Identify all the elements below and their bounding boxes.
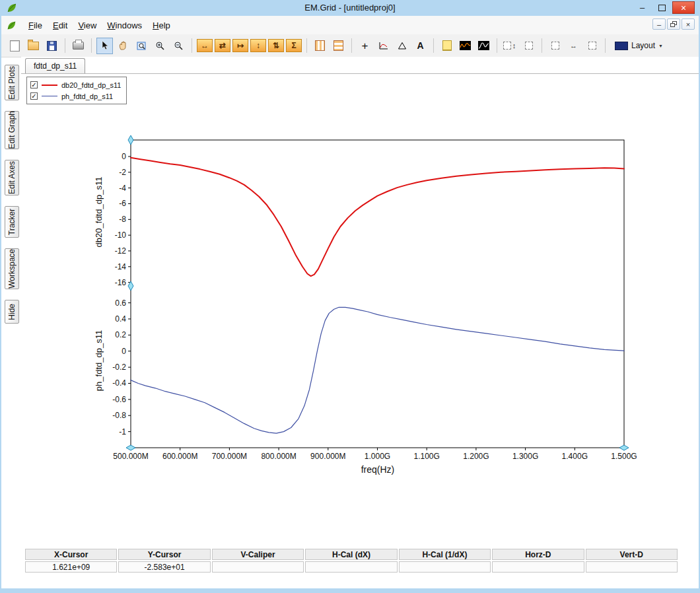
legend-entry[interactable]: ✓ ph_fdtd_dp_s11	[30, 90, 121, 102]
legend-line-sample	[42, 96, 57, 96]
y-tick-label: -1	[119, 427, 126, 436]
y-axis-label-db20: db20_fdtd_dp_s11	[94, 177, 104, 248]
x-tick-label: 1.400G	[562, 452, 588, 461]
x-tick-label: 700.000M	[212, 452, 247, 461]
status-value-h-cal-1dx	[399, 561, 491, 573]
y-tick-label: -6	[119, 199, 126, 208]
status-header-horz-d: Horz-D	[492, 549, 584, 560]
x-axis-label: freq(Hz)	[361, 464, 395, 475]
x-tick-label: 1.200G	[463, 452, 489, 461]
y-tick-label: -8	[119, 215, 126, 224]
status-header-x-cursor: X-Cursor	[25, 549, 117, 560]
status-header-vert-d: Vert-D	[586, 549, 678, 560]
status-header-v-caliper: V-Caliper	[212, 549, 304, 560]
cursor-status-bar: X-Cursor Y-Cursor V-Caliper H-Cal (dX) H…	[25, 549, 678, 574]
x-tick-label: 1.300G	[512, 452, 538, 461]
y-tick-label: 0	[122, 152, 126, 161]
status-header-y-cursor: Y-Cursor	[118, 549, 210, 560]
window-bottom-border	[1, 588, 699, 593]
status-header-row: X-Cursor Y-Cursor V-Caliper H-Cal (dX) H…	[25, 549, 678, 560]
y-tick-label: -0.6	[112, 395, 126, 404]
x-tick-label: 800.000M	[261, 452, 296, 461]
status-value-row: 1.621e+09 -2.583e+01	[25, 561, 678, 573]
legend-label: ph_fdtd_dp_s11	[61, 92, 113, 100]
x-tick-label: 600.000M	[162, 452, 197, 461]
y-tick-label: -12	[115, 246, 127, 256]
y-tick-label: 0.6	[115, 298, 126, 308]
y-tick-label: -10	[115, 230, 127, 240]
legend-entry[interactable]: ✓ db20_fdtd_dp_s11	[30, 79, 121, 90]
x-tick-label: 1.000G	[365, 452, 390, 461]
status-value-h-cal-dx	[305, 561, 397, 573]
y-tick-label: -4	[119, 184, 126, 193]
y-tick-label: 0.4	[115, 314, 126, 324]
plot-frame	[131, 140, 624, 448]
legend-line-sample	[42, 85, 57, 86]
y-tick-label: -16	[115, 278, 127, 287]
axis-handle-bottom-right[interactable]	[619, 445, 629, 450]
status-header-h-cal-1dx: H-Cal (1/dX)	[399, 549, 491, 560]
status-value-x-cursor: 1.621e+09	[25, 561, 117, 573]
y-tick-label: -0.4	[112, 378, 126, 388]
status-value-horz-d	[492, 561, 584, 573]
series-db20_fdtd_dp_s11	[131, 158, 624, 276]
series-ph_fdtd_dp_s11	[131, 307, 624, 433]
y-tick-label: 0	[122, 347, 126, 356]
y-axis-label-ph: ph_fdtd_dp_s11	[94, 330, 104, 391]
y-tick-label: -2	[119, 168, 126, 177]
x-tick-label: 1.100G	[414, 452, 440, 461]
y-tick-label: -0.2	[112, 363, 126, 372]
status-header-h-cal-dx: H-Cal (dX)	[305, 549, 397, 560]
status-value-v-caliper	[212, 561, 304, 573]
legend-checkbox-ph[interactable]: ✓	[30, 92, 38, 100]
legend-label: db20_fdtd_dp_s11	[61, 81, 121, 89]
legend: ✓ db20_fdtd_dp_s11 ✓ ph_fdtd_dp_s11	[26, 77, 127, 104]
status-value-y-cursor: -2.583e+01	[118, 561, 210, 573]
app-window: EM.Grid - [untitledproj0] – × File Edit …	[0, 0, 700, 593]
x-tick-label: 1.500G	[611, 452, 637, 461]
x-tick-label: 900.000M	[310, 452, 345, 461]
axis-handle-top[interactable]	[128, 135, 133, 145]
y-tick-label: -14	[115, 262, 127, 271]
status-value-vert-d	[586, 561, 678, 573]
x-tick-label: 500.000M	[113, 452, 148, 461]
legend-checkbox-db20[interactable]: ✓	[30, 81, 38, 88]
axis-handle-bottom-left[interactable]	[126, 445, 135, 450]
y-tick-label: 0.2	[115, 330, 126, 339]
y-tick-label: -0.8	[112, 411, 126, 420]
